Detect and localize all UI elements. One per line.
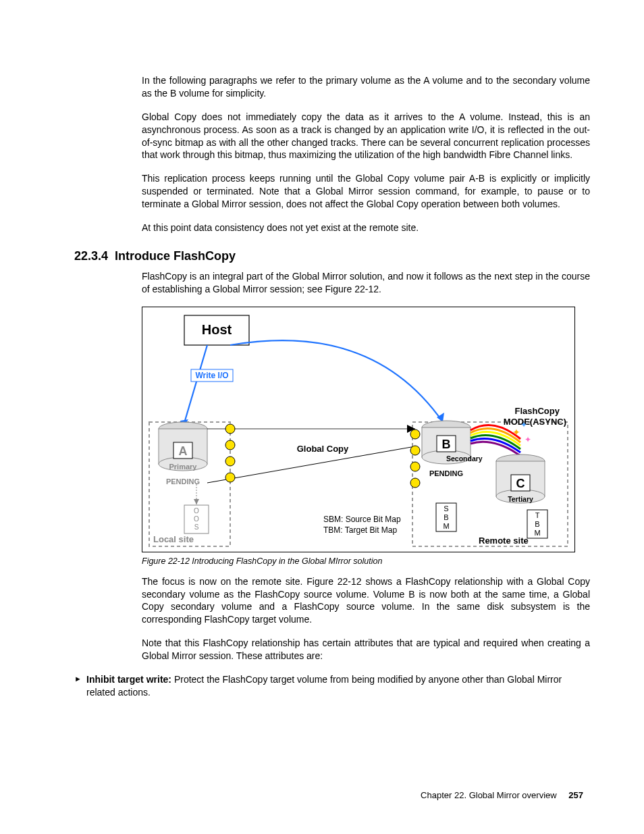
bullet-label: Inhibit target write: [86,674,171,685]
diagram-svg: Host Write I/O A Primary PENDING O O S [142,307,575,552]
svg-point-22 [225,457,235,466]
svg-text:M: M [443,522,449,530]
svg-text:✦: ✦ [525,435,531,444]
paragraph: This replication process keeps running u… [142,172,590,211]
local-site-label: Local site [153,534,194,544]
svg-point-24 [410,429,420,439]
svg-text:S: S [444,504,448,513]
volume-a-label: A [179,444,188,458]
attribute-list: Inhibit target write: Protect the FlashC… [74,673,590,699]
pending-b-label: PENDING [429,469,463,477]
svg-text:O: O [194,515,199,523]
tertiary-label: Tertiary [508,495,533,503]
svg-point-21 [225,440,235,450]
flashcopy-label-1: FlashCopy [515,406,560,416]
svg-text:B: B [444,513,448,521]
paragraph: Note that this FlashCopy relationship ha… [142,637,590,662]
page-content: In the following paragraphs we refer to … [0,0,644,699]
page-footer: Chapter 22. Global Mirror overview 257 [421,790,583,800]
write-io-label: Write I/O [195,371,228,380]
figure-caption: Figure 22-12 Introducing FlashCopy in th… [142,556,590,566]
paragraph: FlashCopy is an integral part of the Glo… [142,270,590,296]
svg-text:B: B [535,520,539,528]
svg-text:✦: ✦ [512,427,520,438]
host-label: Host [202,322,232,337]
paragraph: Global Copy does not immediately copy th… [142,111,590,162]
svg-text:S: S [194,523,199,531]
footer-chapter: Chapter 22. Global Mirror overview [421,790,557,800]
list-item: Inhibit target write: Protect the FlashC… [74,673,590,699]
section-title: Introduce FlashCopy [115,249,236,263]
paragraph: At this point data consistency does not … [142,221,590,234]
secondary-label: Secondary [446,454,483,463]
tbm-legend: TBM: Target Bit Map [323,525,397,535]
svg-point-26 [410,462,420,471]
flashcopy-label-2: MODE(ASYNC) [504,417,566,427]
volume-b-label: B [442,438,451,451]
sbm-legend: SBM: Source Bit Map [323,515,401,524]
figure-22-12: Host Write I/O A Primary PENDING O O S [142,307,590,566]
svg-point-25 [410,446,420,455]
global-copy-label: Global Copy [297,444,349,454]
footer-page-number: 257 [568,790,583,800]
svg-point-20 [225,424,235,434]
svg-text:O: O [194,507,199,515]
svg-point-27 [410,478,420,488]
primary-label: Primary [169,463,198,471]
paragraph: In the following paragraphs we refer to … [142,74,590,100]
paragraph: The focus is now on the remote site. Fig… [142,575,590,627]
svg-text:M: M [534,529,540,537]
svg-text:T: T [535,511,540,519]
svg-point-23 [225,473,235,482]
pending-a-label: PENDING [166,477,200,486]
volume-c-label: C [516,477,525,490]
remote-site-label: Remote site [479,536,529,546]
svg-text:✦: ✦ [520,420,527,429]
section-heading: 22.3.4 Introduce FlashCopy [74,249,590,263]
svg-marker-12 [194,499,199,504]
svg-line-3 [183,345,207,427]
section-number: 22.3.4 [74,249,108,263]
